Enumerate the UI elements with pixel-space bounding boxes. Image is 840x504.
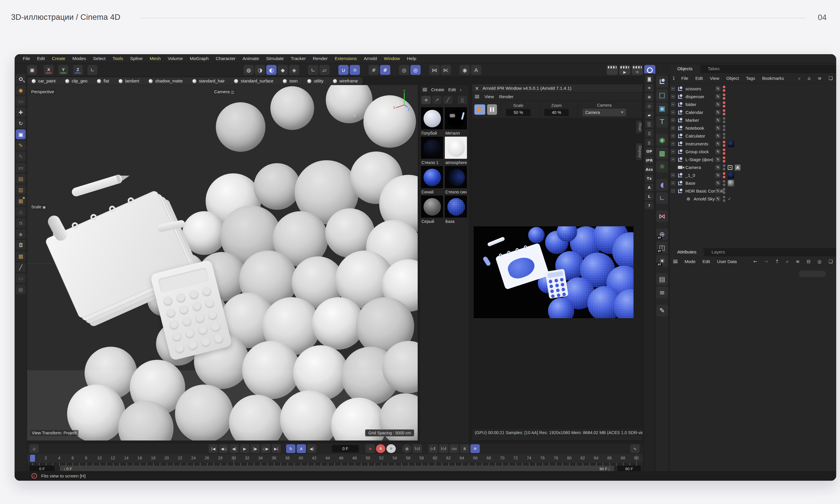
texture-tag-thumbnail[interactable] bbox=[728, 180, 734, 186]
live-selection-button[interactable]: ◉ bbox=[16, 85, 26, 95]
symmetry-button[interactable]: ⋈ bbox=[429, 65, 440, 75]
workplane-button[interactable]: ▱ bbox=[319, 65, 330, 75]
expander-icon[interactable]: + bbox=[671, 87, 675, 91]
material-menu-create[interactable]: Create bbox=[431, 87, 444, 92]
key-scale-button[interactable]: ◇▫ bbox=[449, 444, 459, 453]
visibility-dots-red[interactable] bbox=[723, 86, 725, 92]
burger-icon[interactable] bbox=[423, 88, 427, 91]
expander-icon[interactable]: + bbox=[671, 173, 675, 177]
object-row-calendar[interactable]: +Calendar✎ bbox=[670, 108, 836, 116]
material-tag-clip_geo[interactable]: clip_geo bbox=[61, 77, 92, 85]
object-row-dispenser[interactable]: +dispenser✎ bbox=[670, 93, 836, 101]
expander-icon[interactable]: + bbox=[671, 181, 675, 185]
export-icon[interactable]: ❏ bbox=[829, 259, 833, 264]
workplane-object-button[interactable]: ∟ bbox=[656, 192, 668, 204]
select-half-button[interactable]: ◐ bbox=[266, 65, 276, 75]
timeline-ruler[interactable]: 0246810121416182022242628303234363840424… bbox=[27, 454, 643, 463]
search-icon[interactable]: ⌕ bbox=[786, 259, 789, 264]
material-3[interactable]: Стекло 1 bbox=[421, 137, 444, 165]
filter-icon[interactable]: ≡ bbox=[796, 259, 800, 264]
menu-mesh[interactable]: Mesh bbox=[146, 56, 164, 61]
license-button[interactable]: L bbox=[645, 193, 653, 200]
ipr-button[interactable]: IPR bbox=[645, 157, 653, 164]
scale-tool-button[interactable]: ▣ bbox=[16, 129, 26, 139]
visibility-dots-gray[interactable] bbox=[723, 196, 725, 202]
menu-modes[interactable]: Modes bbox=[69, 56, 89, 61]
edit-toggle[interactable]: ✎ bbox=[716, 141, 720, 146]
menu-volume[interactable]: Volume bbox=[164, 56, 186, 61]
key-position-button[interactable]: ◇↕ bbox=[428, 444, 438, 453]
key-selection-button[interactable]: ◍ bbox=[402, 444, 412, 453]
render-view-button[interactable] bbox=[607, 65, 618, 75]
pick-material-button[interactable]: ╱ bbox=[443, 96, 452, 104]
key-parentheses-button[interactable]: (◇) bbox=[413, 444, 422, 453]
edit-toggle[interactable]: ✎ bbox=[716, 149, 720, 154]
play-mode-button[interactable]: A bbox=[297, 444, 306, 453]
object-row-calculator[interactable]: +Calculator✎ bbox=[670, 132, 836, 140]
undo-button[interactable]: ▣ bbox=[27, 65, 37, 75]
focus-target-icon[interactable] bbox=[728, 165, 732, 170]
view-label[interactable]: Perspective bbox=[30, 89, 56, 95]
target-icon[interactable]: ◎ bbox=[818, 259, 822, 264]
edit-toggle[interactable]: ✎ bbox=[716, 157, 720, 162]
menu-window[interactable]: Window bbox=[380, 56, 404, 61]
menu-simulate[interactable]: Simulate bbox=[262, 56, 287, 61]
expander-icon[interactable]: − bbox=[671, 189, 675, 193]
menu-spline[interactable]: Spline bbox=[126, 56, 146, 61]
edit-toggle[interactable]: ✎ bbox=[716, 94, 720, 99]
license-icon[interactable]: ▯ bbox=[645, 129, 653, 137]
expander-icon[interactable]: + bbox=[671, 142, 675, 146]
deformer-object-button[interactable]: ◖ bbox=[656, 179, 668, 191]
axis-lock-x[interactable]: X bbox=[44, 65, 54, 75]
ipr-pause-button[interactable] bbox=[487, 104, 497, 115]
visibility-dots-red[interactable] bbox=[723, 157, 725, 163]
material-4[interactable]: atmosphere bbox=[445, 137, 467, 165]
search-icon[interactable]: ⌕ bbox=[798, 75, 801, 81]
expander-icon[interactable]: + bbox=[671, 126, 675, 130]
render-slider-button[interactable]: ▤ bbox=[656, 273, 668, 285]
expander-icon[interactable]: + bbox=[671, 110, 675, 114]
visibility-dots-gray[interactable] bbox=[723, 164, 725, 170]
texture-tag-thumbnail[interactable] bbox=[728, 172, 734, 179]
modeling-axis-button[interactable]: ∟ bbox=[308, 65, 318, 75]
object-row-notebook[interactable]: +Notebook✎ bbox=[670, 124, 836, 132]
visibility-dots-gray[interactable] bbox=[723, 188, 725, 194]
edit-toggle[interactable]: ✎ bbox=[716, 118, 720, 123]
home-icon[interactable]: ⌂ bbox=[808, 75, 810, 81]
material-menu-edit[interactable]: Edit bbox=[448, 87, 456, 92]
edit-toggle[interactable]: ✎ bbox=[716, 133, 720, 138]
playhead[interactable] bbox=[30, 455, 35, 462]
stage-object-button[interactable]: ◫ST bbox=[656, 242, 668, 253]
visibility-dots-red[interactable] bbox=[723, 141, 725, 147]
goto-end-button[interactable]: ▶| bbox=[272, 444, 281, 453]
keyframe-diamond-button[interactable]: ◇ bbox=[30, 444, 39, 453]
visibility-dots-red[interactable] bbox=[723, 109, 725, 115]
menu-edit[interactable]: Edit bbox=[34, 56, 48, 61]
proxy-icon[interactable]: ◇ bbox=[645, 102, 653, 110]
render-settings-button[interactable]: ☼ bbox=[632, 65, 643, 75]
material-tag-wireframe[interactable]: wireframe bbox=[328, 77, 363, 85]
ipr-tab-pixel[interactable]: Pixel bbox=[636, 121, 642, 133]
edit-toggle[interactable]: ✎ bbox=[716, 173, 720, 178]
zoom-field[interactable]: 40 % bbox=[544, 109, 569, 116]
deform-cage-button[interactable]: ◇ bbox=[16, 207, 26, 217]
spline-pen-button[interactable]: ✎ bbox=[16, 140, 26, 150]
find-button[interactable] bbox=[16, 74, 26, 84]
axis-lock-z[interactable]: Z bbox=[73, 65, 83, 75]
material-tag-standard_hair[interactable]: standard_hair bbox=[188, 77, 230, 85]
lock-icon[interactable]: ⊟ bbox=[806, 259, 810, 264]
visibility-dots-gray[interactable] bbox=[723, 133, 725, 139]
tab-attributes[interactable]: Attributes bbox=[670, 248, 704, 256]
axis-a-button[interactable]: A bbox=[471, 65, 481, 75]
add-material-button[interactable]: + bbox=[422, 96, 431, 104]
symmetry-settings-button[interactable]: ⋉ bbox=[441, 65, 451, 75]
scale-field[interactable]: 50 % bbox=[506, 109, 531, 116]
loop-playback-button[interactable]: ↻ bbox=[286, 444, 295, 453]
guides-settings-button[interactable]: ◎ bbox=[410, 65, 421, 75]
key-disabled-button[interactable]: ⊘ bbox=[470, 444, 480, 453]
subdivision-surface-button[interactable]: ▦ bbox=[16, 196, 26, 206]
autokeying-button[interactable]: A bbox=[376, 444, 385, 453]
forward-icon[interactable]: → bbox=[764, 259, 768, 264]
material-1[interactable]: Голубой bbox=[421, 107, 444, 136]
polygon-partial-button[interactable]: ◈ bbox=[289, 65, 299, 75]
